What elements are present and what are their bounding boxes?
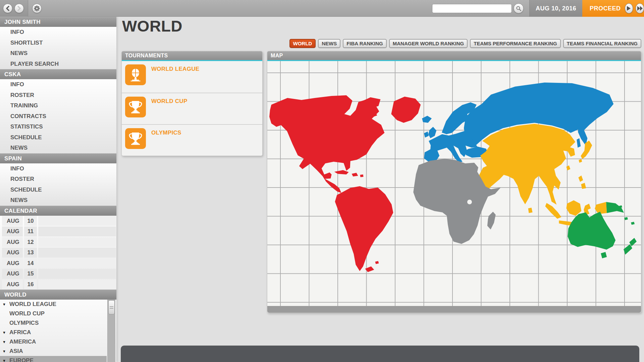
tree-expand-icon[interactable]: ▼ xyxy=(2,328,6,337)
tournament-item-olympics[interactable]: OLYMPICS xyxy=(122,124,262,156)
tree-expand-icon[interactable]: ▼ xyxy=(2,300,6,309)
sidebar-item-nt-roster[interactable]: ROSTER xyxy=(0,174,116,185)
tree-item-label: AFRICA xyxy=(9,328,31,337)
chevron-left-icon xyxy=(6,6,10,11)
sidebar-item-player-search[interactable]: PLAYER SEARCH xyxy=(0,59,116,69)
calendar-row[interactable]: AUG 10 xyxy=(0,216,116,226)
world-tree: ▼ WORLD LEAGUE WORLD CUP OLYMPICS ▼ AFRI… xyxy=(0,300,116,362)
tab-teams-performance-ranking[interactable]: TEAMS PERFORMANCE RANKING xyxy=(470,39,560,48)
calendar-event-cell xyxy=(38,237,116,247)
map-horizontal-scrollbar[interactable] xyxy=(267,306,641,313)
tree-item-america[interactable]: ▼ AMERICA xyxy=(0,337,107,347)
calendar-event-cell xyxy=(38,216,116,226)
sidebar: JOHN SMITH INFO SHORTLIST NEWS PLAYER SE… xyxy=(0,17,116,362)
proceed-control: PROCEED xyxy=(582,0,644,17)
nav-button-group xyxy=(0,0,28,17)
trophy-icon xyxy=(125,97,146,117)
tab-manager-world-ranking[interactable]: MANAGER WORLD RANKING xyxy=(389,39,468,48)
calendar-month: AUG xyxy=(2,248,23,258)
tree-item-label: EUROPE xyxy=(9,356,34,362)
sidebar-item-shortlist[interactable]: SHORTLIST xyxy=(0,38,116,48)
fast-forward-icon xyxy=(637,6,643,11)
thumb-grip xyxy=(110,306,113,307)
calendar-month: AUG xyxy=(2,237,23,247)
tab-news[interactable]: NEWS xyxy=(318,39,340,48)
tournaments-panel: TOURNAMENTS WORLD LEAGUE xyxy=(121,51,263,156)
tree-item-olympics[interactable]: OLYMPICS xyxy=(0,318,107,328)
sidebar-item-nt-info[interactable]: INFO xyxy=(0,163,116,174)
sidebar-item-club-roster[interactable]: ROSTER xyxy=(0,90,116,101)
calendar-row[interactable]: AUG 12 xyxy=(0,237,116,247)
calendar-month: AUG xyxy=(2,258,23,268)
calendar-row[interactable]: AUG 16 xyxy=(0,279,116,290)
sidebar-item-nt-schedule[interactable]: SCHEDULE xyxy=(0,185,116,195)
scrollbar-thumb[interactable] xyxy=(108,300,115,314)
tournament-label: WORLD CUP xyxy=(151,98,187,121)
forward-button[interactable] xyxy=(14,4,24,13)
back-button[interactable] xyxy=(3,4,12,13)
tree-item-world-league[interactable]: ▼ WORLD LEAGUE xyxy=(0,300,107,309)
calendar-row[interactable]: AUG 15 xyxy=(0,269,116,279)
tree-item-label: WORLD LEAGUE xyxy=(9,300,56,309)
calendar-row[interactable]: AUG 14 xyxy=(0,258,116,268)
calendar-event-cell xyxy=(38,248,116,258)
bottom-panel xyxy=(121,346,639,362)
tournaments-panel-title: TOURNAMENTS xyxy=(122,51,262,60)
sidebar-section-manager: JOHN SMITH xyxy=(0,17,116,27)
calendar-row[interactable]: AUG 13 xyxy=(0,248,116,258)
tournament-item-world-league[interactable]: WORLD LEAGUE xyxy=(122,61,262,93)
tab-teams-financial-ranking[interactable]: TEAMS FINANCIAL RANKING xyxy=(563,39,641,48)
proceed-button[interactable] xyxy=(625,3,633,13)
tree-item-europe[interactable]: ▼ EUROPE xyxy=(0,356,107,362)
sidebar-section-national-team: SPAIN xyxy=(0,153,116,163)
calendar-day: 13 xyxy=(24,248,37,258)
calendar-month: AUG xyxy=(2,279,23,290)
sidebar-item-nt-news[interactable]: NEWS xyxy=(0,195,116,206)
tournament-label: WORLD LEAGUE xyxy=(151,66,199,89)
map-panel: MAP xyxy=(267,51,641,313)
tab-bar: WORLD NEWS FIBA RANKING MANAGER WORLD RA… xyxy=(289,39,641,48)
calendar-row[interactable]: AUG 11 xyxy=(0,226,116,237)
tree-item-label: ASIA xyxy=(9,347,23,356)
sidebar-item-club-training[interactable]: TRAINING xyxy=(0,100,116,111)
search-icon xyxy=(516,5,522,11)
sidebar-item-manager-news[interactable]: NEWS xyxy=(0,48,116,59)
calendar-month: AUG xyxy=(2,226,23,237)
calendar-day: 11 xyxy=(24,226,37,237)
world-map[interactable] xyxy=(267,61,641,306)
tree-expand-icon[interactable]: ▼ xyxy=(2,347,6,356)
tree-expand-icon[interactable]: ▼ xyxy=(2,356,6,362)
sidebar-item-manager-info[interactable]: INFO xyxy=(0,27,116,38)
calendar-event-cell xyxy=(38,258,116,268)
tree-item-label: AMERICA xyxy=(9,337,36,347)
sidebar-section-calendar: CALENDAR xyxy=(0,206,116,216)
tab-world[interactable]: WORLD xyxy=(289,39,316,48)
calendar-event-cell xyxy=(38,226,116,237)
fast-forward-button[interactable] xyxy=(636,3,644,13)
sidebar-item-club-statistics[interactable]: STATISTICS xyxy=(0,121,116,132)
calendar-month: AUG xyxy=(2,269,23,279)
search-button[interactable] xyxy=(514,3,524,13)
sidebar-item-club-contracts[interactable]: CONTRACTS xyxy=(0,111,116,122)
sidebar-item-club-news[interactable]: NEWS xyxy=(0,143,116,153)
calendar-day: 12 xyxy=(24,237,37,247)
map-region-america[interactable] xyxy=(269,95,421,272)
tree-item-asia[interactable]: ▼ ASIA xyxy=(0,347,107,356)
tree-expand-icon[interactable]: ▼ xyxy=(2,337,6,347)
calendar-day: 10 xyxy=(24,216,37,226)
map-region-asia[interactable] xyxy=(479,124,607,226)
tree-item-africa[interactable]: ▼ AFRICA xyxy=(0,328,107,337)
map-lake xyxy=(467,200,472,204)
tournament-item-world-cup[interactable]: WORLD CUP xyxy=(122,93,262,124)
national-team-menu: INFO ROSTER SCHEDULE NEWS xyxy=(0,163,116,206)
sidebar-item-club-info[interactable]: INFO xyxy=(0,79,116,90)
tree-item-world-cup[interactable]: WORLD CUP xyxy=(0,309,107,318)
tree-scrollbar[interactable] xyxy=(107,300,115,362)
search-input[interactable] xyxy=(432,4,512,13)
calendar-event-cell xyxy=(38,279,116,290)
tab-fiba-ranking[interactable]: FIBA RANKING xyxy=(343,39,387,48)
world-map-svg xyxy=(267,61,641,306)
settings-button[interactable] xyxy=(32,4,42,13)
gear-icon xyxy=(34,5,40,11)
sidebar-item-club-schedule[interactable]: SCHEDULE xyxy=(0,132,116,143)
